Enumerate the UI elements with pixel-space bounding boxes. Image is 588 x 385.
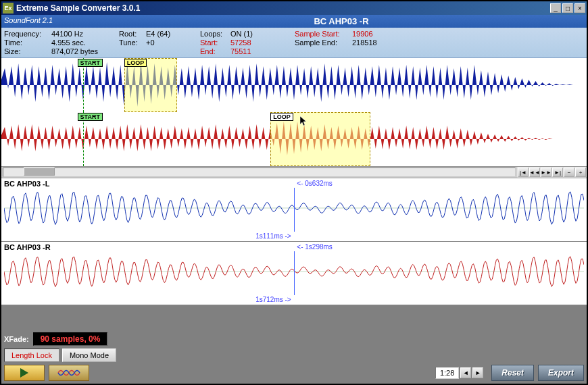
time-out-right: 1s712ms -> — [255, 296, 291, 303]
zoom-channel-left[interactable]: BC AHP03 -L <- 0s632ms 1s111ms -> — [1, 178, 587, 242]
nav-back-button[interactable]: ◄◄ — [529, 168, 540, 177]
overview-waveform[interactable]: START LOOP START LOOP — [1, 58, 587, 166]
app-window: Ex Extreme Sample Converter 3.0.1 _ □ × … — [0, 0, 588, 385]
loop-start-label: Start: — [200, 38, 230, 47]
page-display: 1:28 — [435, 367, 459, 379]
scroll-thumb[interactable] — [24, 168, 54, 176]
zoom-channel-right[interactable]: BC AHP03 -R <- 1s298ms 1s712ms -> — [1, 242, 587, 305]
format-label: SoundFont 2.1 — [4, 16, 99, 26]
bottom-panel: XFade: 90 samples, 0% Length Lock Mono M… — [1, 330, 587, 384]
zoom-out-button[interactable]: − — [564, 168, 574, 177]
root-value: E4 (64) — [146, 30, 170, 38]
root-label: Root: — [119, 30, 146, 38]
size-value: 874,072 bytes — [51, 47, 98, 55]
horizontal-scrollbar[interactable] — [1, 167, 517, 178]
sample-end-value: 218518 — [352, 38, 377, 47]
tune-label: Tune: — [119, 38, 146, 47]
length-lock-button[interactable]: Length Lock — [4, 349, 59, 362]
export-button[interactable]: Export — [538, 365, 584, 381]
page-next-button[interactable]: ► — [472, 367, 483, 378]
start-marker-bottom[interactable]: START — [78, 113, 103, 121]
size-label: Size: — [4, 47, 51, 55]
loop-icon — [57, 367, 81, 379]
app-icon: Ex — [3, 3, 14, 14]
xfade-label: XFade: — [4, 335, 29, 343]
time-out-left: 1s111ms -> — [255, 232, 291, 240]
time-in-right: <- 1s298ms — [297, 243, 333, 251]
xfade-value[interactable]: 90 samples, 0% — [33, 332, 108, 346]
scrollbar-row: |◄ ◄◄ ►► ►| − + — [1, 166, 587, 178]
close-button[interactable]: × — [574, 3, 585, 13]
page-prev-button[interactable]: ◄ — [460, 367, 471, 378]
reset-button[interactable]: Reset — [491, 365, 534, 381]
nav-end-button[interactable]: ►| — [552, 168, 563, 177]
time-value: 4.955 sec. — [51, 38, 86, 47]
time-in-left: <- 0s632ms — [297, 180, 333, 187]
maximize-button[interactable]: □ — [562, 3, 573, 13]
time-label: Time: — [4, 38, 51, 47]
mono-mode-button[interactable]: Mono Mode — [62, 349, 116, 362]
tune-value: +0 — [146, 38, 155, 47]
sample-name: BC AHP03 -R — [99, 16, 584, 26]
loop-marker-bottom[interactable]: LOOP — [270, 113, 293, 121]
info-panel: Frequency:44100 Hz Time:4.955 sec. Size:… — [1, 28, 587, 58]
zoom-right-label: BC AHP03 -R — [4, 243, 584, 251]
zoom-left-label: BC AHP03 -L — [4, 180, 584, 188]
window-title: Extreme Sample Converter 3.0.1 — [16, 3, 550, 13]
zoom-panel: BC AHP03 -L <- 0s632ms 1s111ms -> BC AHP… — [1, 178, 587, 305]
loops-value: ON (1) — [230, 30, 253, 38]
zoom-in-button[interactable]: + — [575, 168, 586, 177]
cursor-icon — [300, 116, 308, 127]
play-icon — [20, 368, 28, 378]
loop-play-button[interactable] — [49, 365, 89, 381]
titlebar[interactable]: Ex Extreme Sample Converter 3.0.1 _ □ × — [1, 1, 587, 15]
nav-fwd-button[interactable]: ►► — [541, 168, 552, 177]
loop-start-value: 57258 — [230, 38, 251, 47]
frequency-value: 44100 Hz — [51, 30, 83, 38]
sample-start-label: Sample Start: — [295, 30, 352, 38]
loop-marker-top[interactable]: LOOP — [124, 59, 147, 67]
minimize-button[interactable]: _ — [550, 3, 561, 13]
play-button[interactable] — [4, 365, 45, 381]
loop-end-label: End: — [200, 47, 230, 55]
loops-label: Loops: — [200, 30, 230, 38]
loop-end-value: 75511 — [230, 47, 251, 55]
nav-rewind-button[interactable]: |◄ — [518, 168, 529, 177]
sample-header: SoundFont 2.1 BC AHP03 -R — [1, 15, 587, 28]
sample-end-label: Sample End: — [295, 38, 352, 47]
frequency-label: Frequency: — [4, 30, 51, 38]
sample-start-value: 19906 — [352, 30, 373, 38]
start-marker-top[interactable]: START — [78, 59, 103, 67]
